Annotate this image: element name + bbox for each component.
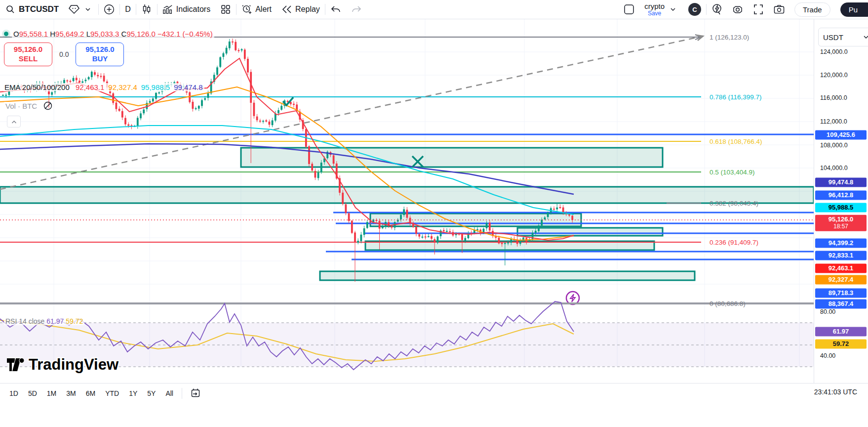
tradingview-logo[interactable]: TradingView (7, 356, 118, 374)
symbol-search-button[interactable]: BTCUSDT (0, 0, 64, 19)
redo-button[interactable] (346, 0, 367, 19)
top-toolbar: BTCUSDT D (0, 0, 868, 19)
price-axis[interactable]: USDT 124,000.0120,000.0116,000.0112,000.… (814, 19, 868, 427)
ema-values: 92,463.192,327.495,988.599,474.8 (72, 83, 203, 91)
price-badge: 92,327.4 (815, 275, 867, 285)
chart-canvas (0, 19, 868, 427)
price-badge: 109,425.6 (815, 130, 867, 140)
layout-select-button[interactable] (619, 0, 639, 19)
trade-button[interactable]: Trade (789, 0, 835, 19)
price-axis-label: 104,000.0 (820, 165, 848, 171)
ema-value: 95,988.5 (141, 83, 170, 91)
ema-value: 99,474.8 (174, 83, 202, 91)
tradingview-logo-icon (7, 357, 25, 372)
price-badge: 99,474.8 (815, 178, 867, 187)
sell-price: 95,126.0 (14, 45, 42, 54)
avatar: C (688, 3, 701, 16)
currency-value: USDT (823, 33, 843, 42)
price-badge: 96,412.8 (815, 191, 867, 200)
eye-hidden-icon[interactable] (42, 100, 53, 111)
price-axis-label: 116,000.0 (820, 94, 847, 101)
rsi-legend[interactable]: RSI 14 close 61.97 59.72 (4, 317, 84, 325)
chevron-down-icon (668, 4, 678, 15)
price-badge: 88,367.4 (815, 299, 867, 309)
symbol-name: BTCUSDT (19, 4, 59, 14)
rsi-title: RSI 14 close (5, 317, 44, 325)
volume-label: Vol · BTC (4, 102, 39, 110)
replay-button[interactable]: Replay (276, 0, 325, 19)
compare-add-button[interactable] (99, 0, 119, 19)
range-button-5d[interactable]: 5D (24, 387, 41, 399)
ema-title: EMA 20/50/100/200 (4, 83, 70, 91)
range-button-1y[interactable]: 1Y (124, 387, 142, 399)
high-letter: H (50, 30, 55, 38)
indicators-icon (162, 4, 173, 15)
close-letter: C (121, 30, 127, 38)
rsi-pane-background (0, 323, 814, 367)
range-button-3m[interactable]: 3M (62, 387, 80, 399)
chart-area[interactable]: O95,558.1 H95,649.2 L95,033.3 C95,126.0 … (0, 19, 868, 427)
buy-button[interactable]: 95,126.0 BUY (76, 43, 124, 66)
series-marker-dot (4, 32, 8, 36)
go-to-date-button[interactable] (186, 386, 205, 401)
chevron-down-icon (864, 36, 868, 39)
account-avatar[interactable]: C (683, 0, 706, 19)
fullscreen-icon (753, 4, 764, 15)
interval-button[interactable]: D (120, 0, 136, 19)
indicator-templates-button[interactable] (215, 0, 236, 19)
open-value: 95,558.1 (19, 30, 48, 38)
rsi-value: 61.97 (46, 317, 64, 325)
undo-button[interactable] (325, 0, 346, 19)
volume-legend[interactable]: Vol · BTC (4, 100, 53, 111)
low-letter: L (86, 30, 90, 38)
fullscreen-button[interactable] (748, 0, 769, 19)
low-value: 95,033.3 (90, 30, 119, 38)
range-button-all[interactable]: All (161, 387, 178, 399)
diamond-icon (69, 4, 79, 15)
chevron-down-icon (82, 4, 93, 15)
alert-button[interactable]: Alert (237, 0, 276, 19)
fib-level-label: 0 (80,686.8) (710, 300, 746, 307)
range-button-6m[interactable]: 6M (81, 387, 100, 399)
ema-legend[interactable]: EMA 20/50/100/200 92,463.192,327.495,988… (3, 83, 204, 91)
gear-icon (732, 4, 743, 15)
server-clock[interactable]: 23:41:03 UTC (814, 388, 857, 396)
toolbar-left: BTCUSDT D (0, 0, 367, 19)
fib-level-label: 0.5 (103,404.9) (710, 169, 755, 176)
fib-level-label: 0.382 (98,043.4) (710, 200, 758, 207)
instant-trade-panel: 95,126.0 SELL 0.0 95,126.0 BUY (4, 43, 124, 66)
range-button-1m[interactable]: 1M (42, 387, 61, 399)
layout-name: crypto (644, 2, 665, 10)
countdown-timer: 18:57 (815, 223, 867, 230)
alert-clock-icon (241, 4, 252, 15)
camera-icon (774, 4, 785, 15)
collapse-panel-button[interactable] (7, 116, 21, 128)
trade-label: Trade (794, 2, 830, 17)
high-value: 95,649.2 (55, 30, 84, 38)
date-range-buttons: 1D5D1M3M6MYTD1Y5YAll (0, 384, 178, 403)
save-layout-button[interactable]: crypto Save (639, 0, 683, 19)
sell-label: SELL (19, 54, 38, 64)
symbol-flag-button[interactable] (64, 0, 98, 19)
chart-style-button[interactable] (136, 0, 157, 19)
range-button-1d[interactable]: 1D (5, 387, 23, 399)
indicators-label: Indicators (176, 5, 210, 14)
quick-search-button[interactable] (707, 0, 727, 19)
publish-label: Pu (840, 2, 868, 17)
price-badge: 92,833.1 (815, 251, 867, 260)
range-button-5y[interactable]: 5Y (143, 387, 160, 399)
publish-button[interactable]: Pu (835, 0, 868, 19)
currency-dropdown[interactable]: USDT (818, 28, 868, 46)
redo-icon (351, 4, 362, 15)
save-label: Save (648, 10, 661, 17)
snapshot-button[interactable] (769, 0, 789, 19)
sell-button[interactable]: 95,126.0 SELL (4, 43, 52, 66)
tradingview-logo-text: TradingView (29, 356, 118, 374)
range-button-ytd[interactable]: YTD (101, 387, 123, 399)
search-icon (5, 4, 16, 15)
settings-button[interactable] (727, 0, 748, 19)
price-badge: 59.72 (815, 340, 867, 349)
price-badge: 92,463.1 (815, 264, 867, 273)
price-axis-label: 80.00 (820, 308, 835, 315)
indicators-button[interactable]: Indicators (158, 0, 215, 19)
